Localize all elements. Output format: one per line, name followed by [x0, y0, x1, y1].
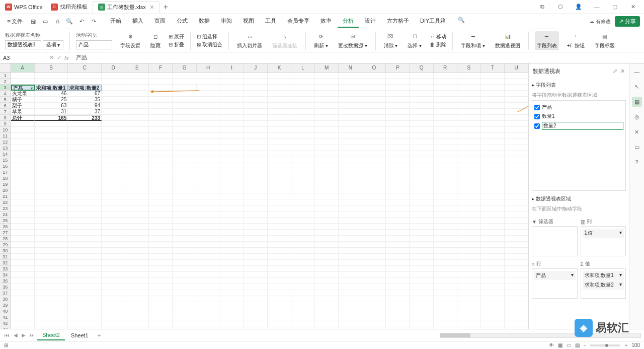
ribbon-tab-diy[interactable]: DIY工具箱 [415, 15, 451, 28]
view-page-icon[interactable]: ▤ [575, 342, 580, 348]
group-select-button[interactable]: ⊡组选择 [197, 33, 222, 41]
change-source-button[interactable]: ⛁ 更改数据源 ▾ [336, 31, 369, 50]
more-icon[interactable]: ⋯ [632, 172, 642, 182]
filter-area[interactable] [532, 226, 578, 256]
field-list[interactable]: 产品 数量1 数量2 [532, 100, 626, 191]
tab-close-icon[interactable]: × [150, 3, 154, 11]
first-sheet-icon[interactable]: ⏮ [3, 332, 11, 338]
spreadsheet[interactable]: A B C D E F G H I J K L M N O P Q R S T … [0, 63, 528, 329]
ribbon-tab-tools[interactable]: 工具 [260, 15, 281, 28]
col-header[interactable]: K [268, 63, 291, 72]
col-header[interactable]: S [457, 63, 481, 72]
name-box[interactable]: A3 [0, 52, 45, 63]
col-header[interactable]: E [125, 63, 149, 72]
col-header[interactable]: B [35, 63, 68, 72]
col-header[interactable]: T [481, 63, 505, 72]
clear-button[interactable]: ⌧ 清除 ▾ [382, 31, 400, 50]
pivot-chart-button[interactable]: 📊 数据透视图 [493, 31, 522, 50]
pivot-icon[interactable]: ▦ [632, 97, 642, 107]
ribbon-tab-efficiency[interactable]: 效率 [315, 15, 337, 28]
cursor-icon[interactable]: ↖ [632, 82, 642, 92]
active-field-input[interactable] [76, 40, 112, 49]
ribbon-tab-page[interactable]: 页面 [149, 15, 171, 28]
col-header[interactable]: R [434, 63, 457, 72]
add-sheet-button[interactable]: + [95, 332, 104, 338]
grid-icon[interactable]: ▦ [558, 342, 562, 348]
col-header[interactable]: N [339, 63, 362, 72]
help-icon[interactable]: ? [632, 157, 642, 167]
save-icon[interactable]: 🖫 [29, 17, 38, 26]
new-icon[interactable]: ▭ [41, 17, 50, 26]
eye-icon[interactable]: 👁 [549, 342, 554, 348]
maximize-button[interactable]: ▢ [608, 2, 622, 12]
field-item-product[interactable]: 产品 [534, 103, 623, 112]
expand-button[interactable]: ⊞展开 [169, 33, 184, 41]
ribbon-tab-view[interactable]: 视图 [238, 15, 259, 28]
col-header-a[interactable]: A [11, 63, 35, 72]
columns-area[interactable]: Σ值▾ [581, 226, 626, 256]
book-icon[interactable]: ▭ [632, 142, 642, 152]
area-item[interactable]: Σ值▾ [583, 229, 624, 238]
refresh-button[interactable]: ⟳ 刷新 ▾ [312, 31, 330, 50]
values-area[interactable]: 求和项:数量1▾ 求和项:数量2▾ [581, 268, 626, 299]
document-tab-template[interactable]: D 找稻壳模板 [46, 1, 93, 13]
minimize-button[interactable]: — [590, 2, 604, 12]
prev-sheet-icon[interactable]: ◀ [12, 332, 19, 338]
field-item-qty2[interactable]: 数量2 [534, 121, 623, 131]
collapse-button[interactable]: ⊟折叠 [169, 41, 184, 49]
target-icon[interactable]: ◎ [632, 112, 642, 122]
pivot-name-input[interactable] [5, 40, 41, 49]
ribbon-tab-member[interactable]: 会员专享 [282, 15, 314, 28]
last-sheet-icon[interactable]: ⏭ [28, 332, 36, 338]
col-header[interactable]: H [197, 63, 220, 72]
ribbon-tab-home[interactable]: 开始 [105, 15, 126, 28]
select-button[interactable]: ☐ 选择 ▾ [406, 31, 424, 50]
col-header[interactable]: D [102, 63, 125, 72]
preview-icon[interactable]: 🔍 [65, 17, 74, 26]
sheet-tab-sheet2[interactable]: Sheet2 [37, 330, 65, 340]
cube-icon[interactable]: ⬡ [553, 2, 568, 12]
file-menu[interactable]: ≡ 文件 [4, 17, 26, 26]
field-item-button[interactable]: ☰ 字段和项 ▾ [459, 31, 487, 50]
col-header[interactable]: U [505, 63, 528, 72]
field-settings-button[interactable]: ⚙ 字段设置 [118, 31, 142, 50]
view-normal-icon[interactable]: ▭ [567, 342, 571, 348]
col-header[interactable]: I [220, 63, 244, 72]
col-header[interactable]: J [244, 63, 268, 72]
tools-icon[interactable]: ✕ [632, 127, 642, 137]
save-status[interactable]: ☁ 有修改 [589, 18, 611, 25]
select-all-corner[interactable] [0, 63, 11, 72]
ribbon-tab-data[interactable]: 数据 [194, 15, 215, 28]
avatar-icon[interactable]: 👤 [572, 2, 586, 12]
undo-icon[interactable]: ↶ [77, 17, 86, 26]
field-header-button[interactable]: ▤ 字段标题 [593, 31, 617, 50]
pin-icon[interactable]: ⤢ [613, 68, 617, 75]
next-sheet-icon[interactable]: ▶ [20, 332, 27, 338]
redo-icon[interactable]: ↷ [89, 17, 98, 26]
ribbon-tab-analyze[interactable]: 分析 [338, 15, 359, 28]
accept-icon[interactable]: ✓ [57, 54, 61, 61]
col-header[interactable]: L [291, 63, 315, 72]
ribbon-tab-insert[interactable]: 插入 [127, 15, 148, 28]
area-item[interactable]: 求和项:数量2▾ [583, 281, 624, 290]
col-header[interactable]: G [173, 63, 196, 72]
ungroup-button[interactable]: ⊠取消组合 [197, 41, 222, 49]
col-header[interactable]: Q [410, 63, 434, 72]
zoom-out-icon[interactable]: − [584, 342, 587, 348]
col-header[interactable]: O [362, 63, 386, 72]
new-tab-button[interactable]: + [159, 3, 172, 12]
ribbon-tab-ffgz[interactable]: 方方格子 [382, 15, 414, 28]
search-icon[interactable]: 🔍 [457, 15, 466, 24]
hide-button[interactable]: ◻ 隐藏 [148, 31, 163, 50]
sheet-tab-sheet1[interactable]: Sheet1 [66, 331, 94, 340]
area-item[interactable]: 求和项:数量1▾ [583, 271, 624, 280]
col-header[interactable]: F [149, 63, 173, 72]
close-button[interactable]: ✕ [626, 2, 640, 12]
col-header[interactable]: P [386, 63, 410, 72]
share-button[interactable]: ↗ 分享 [615, 16, 640, 27]
window-copy-icon[interactable]: ⧉ [535, 2, 549, 12]
zoom-value[interactable]: 100 [631, 342, 640, 348]
plus-minus-button[interactable]: ± +/- 按钮 [565, 31, 587, 50]
field-list-button[interactable]: ☰ 字段列表 [535, 31, 559, 50]
area-item[interactable]: 产品▾ [534, 271, 576, 280]
